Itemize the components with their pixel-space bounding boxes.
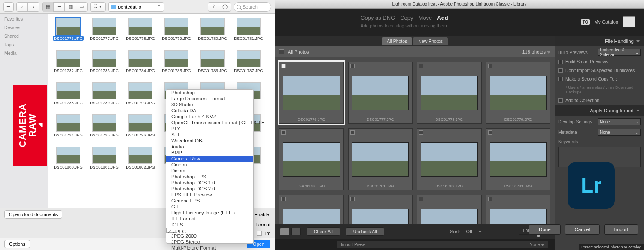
import-preset-dropdown[interactable]: Import Preset : None (337, 241, 548, 248)
thumb-checkbox[interactable] (488, 197, 492, 201)
path-dropdown[interactable]: pentedatilo ⌃ (108, 2, 164, 12)
forward-button[interactable]: › (28, 2, 39, 12)
import-mode-copy[interactable]: Copy (400, 15, 413, 21)
format-menu-item[interactable]: Photoshop DCS 1.0 (166, 180, 253, 186)
format-menu-item[interactable]: Photoshop DCS 2.0 (166, 186, 253, 192)
loupe-view-icon[interactable] (291, 228, 301, 235)
import-button[interactable]: Import (604, 224, 638, 235)
sidebar-section[interactable]: Shared (4, 33, 43, 39)
import-thumb[interactable]: DSC01777.JPG (348, 62, 413, 124)
import-thumb[interactable] (348, 195, 413, 224)
tab-new-photos[interactable]: New Photos (413, 37, 448, 45)
import-thumb[interactable]: DSC01782.JPG (417, 128, 482, 190)
thumb-checkbox[interactable] (281, 197, 286, 201)
import-thumb[interactable]: DSC01776.JPG (279, 62, 344, 124)
format-menu-item[interactable]: Dicom (166, 168, 253, 174)
file-thumb[interactable]: DSC01788.JPG (51, 82, 86, 105)
import-mode-move[interactable]: Move (419, 15, 432, 21)
no-dupes-checkbox[interactable] (558, 68, 563, 73)
format-menu-item[interactable]: BMP (166, 150, 253, 156)
format-menu-item[interactable]: Generic EPS (166, 198, 253, 204)
sidebar-section[interactable]: Devices (4, 25, 43, 30)
develop-dropdown[interactable]: None⌄ (598, 118, 641, 125)
format-menu-item[interactable]: JPEG 2000 (166, 233, 253, 239)
build-previews-dropdown[interactable]: Embedded & Sidecar⌄ (598, 49, 641, 56)
done-button[interactable]: Done (529, 224, 561, 235)
thumb-checkbox[interactable] (281, 64, 286, 68)
thumb-checkbox[interactable] (350, 130, 355, 135)
check-all-button[interactable]: Check All (307, 227, 340, 236)
sidebar-section[interactable]: Media (4, 51, 43, 56)
tab-all-photos[interactable]: All Photos (382, 37, 412, 45)
file-thumb[interactable]: DSC01789.JPG (87, 82, 122, 105)
import-mode-copy-as-dng[interactable]: Copy as DNG (361, 15, 395, 21)
search-input[interactable]: Search (234, 2, 271, 12)
image-sequence-checkbox[interactable] (257, 231, 262, 236)
format-menu-item[interactable]: Large Document Format (166, 96, 253, 102)
thumb-checkbox[interactable] (281, 130, 286, 135)
format-menu-item[interactable]: IFF Format (166, 216, 253, 222)
file-thumb[interactable]: DSC01784.JPG (123, 50, 158, 73)
sidebar-section[interactable]: Favorites (4, 16, 43, 21)
icon-view-button[interactable]: ▦ (43, 2, 54, 12)
file-thumb[interactable]: DSC01802.JPG (123, 147, 158, 169)
sidebar-section[interactable]: Tags (4, 42, 43, 47)
format-menu-item[interactable]: JPEG (166, 228, 177, 233)
import-mode-add[interactable]: Add (437, 15, 448, 21)
file-handling-header[interactable]: File Handling (555, 36, 644, 46)
format-menu-item[interactable]: Photoshop (166, 90, 253, 96)
options-button[interactable]: Options (4, 240, 30, 248)
second-copy-checkbox[interactable] (558, 77, 563, 81)
format-menu-item[interactable]: Multi-Picture Format (166, 245, 253, 250)
file-thumb[interactable]: DSC01780.JPG (195, 18, 230, 41)
format-menu-item[interactable]: JPEG Stereo (166, 239, 253, 245)
import-thumb[interactable] (279, 195, 344, 224)
file-thumb[interactable]: DSC01781.JPG (231, 18, 266, 41)
format-menu-item[interactable]: Photoshop EPS (166, 174, 253, 180)
share-button[interactable]: ⇪ (208, 2, 219, 12)
format-dropdown-menu[interactable]: PhotoshopLarge Document Format3D StudioC… (166, 89, 254, 244)
file-thumb[interactable]: DSC01801.JPG (87, 147, 122, 169)
metadata-dropdown[interactable]: None⌄ (598, 129, 641, 136)
format-menu-item[interactable]: STL (166, 132, 253, 138)
uncheck-all-button[interactable]: Uncheck All (346, 227, 384, 236)
import-thumb[interactable]: DSC01778.JPG (417, 62, 482, 124)
group-by-dropdown[interactable]: ⠿ ▾ (90, 2, 106, 12)
file-thumb[interactable]: DSC01786.JPG (195, 50, 230, 73)
format-menu-item[interactable]: GIF (166, 204, 253, 210)
format-menu-item[interactable]: Audio (166, 144, 253, 150)
import-thumb[interactable] (417, 195, 482, 224)
import-thumb[interactable]: DSC01783.JPG (486, 128, 551, 190)
thumb-checkbox[interactable] (488, 130, 492, 135)
file-thumb[interactable]: DSC01796.JPG (123, 114, 158, 137)
format-menu-item[interactable]: Camera Raw (166, 156, 253, 162)
format-menu-item[interactable]: OpenGL Transmission Format | GLTF/GLB (166, 120, 253, 126)
file-thumb[interactable]: DSC01779.JPG (159, 18, 194, 41)
file-thumb[interactable]: DSC01794.JPG (51, 114, 86, 137)
file-thumb[interactable]: DSC01800.JPG (51, 147, 86, 169)
thumb-checkbox[interactable] (419, 130, 423, 135)
import-thumb[interactable]: DSC01780.JPG (279, 128, 344, 190)
build-smart-checkbox[interactable] (558, 60, 563, 64)
back-button[interactable]: ‹ (17, 2, 28, 12)
format-menu-item[interactable]: IGES (166, 222, 253, 228)
file-thumb[interactable]: DSC01778.JPG (123, 18, 158, 41)
open-cloud-button[interactable]: Open cloud documents (4, 210, 62, 219)
cancel-button[interactable]: Cancel (565, 224, 600, 235)
sidebar-toggle-button[interactable]: ☰ (3, 2, 14, 12)
file-thumb[interactable]: DSC01790.JPG (123, 82, 158, 105)
format-menu-item[interactable]: Wavefront|OBJ (166, 138, 253, 144)
thumb-checkbox[interactable] (350, 64, 355, 68)
import-thumb[interactable] (486, 195, 551, 224)
list-view-button[interactable]: ☰ (54, 2, 65, 12)
select-all-checkbox[interactable] (279, 49, 284, 54)
thumb-checkbox[interactable] (419, 64, 423, 68)
format-menu-item[interactable]: Google Earth 4 KMZ (166, 114, 253, 120)
import-thumb[interactable]: DSC01781.JPG (348, 128, 413, 190)
format-menu-item[interactable]: High Efficiency Image (HEIF) (166, 210, 253, 216)
import-thumb[interactable]: DSC01779.JPG (486, 62, 551, 124)
file-thumb[interactable]: DSC01787.JPG (231, 50, 266, 73)
format-menu-item[interactable]: PLY (166, 126, 253, 132)
file-thumb[interactable]: DSC01783.JPG (87, 50, 122, 73)
file-thumb[interactable]: DSC01777.JPG (87, 18, 122, 41)
